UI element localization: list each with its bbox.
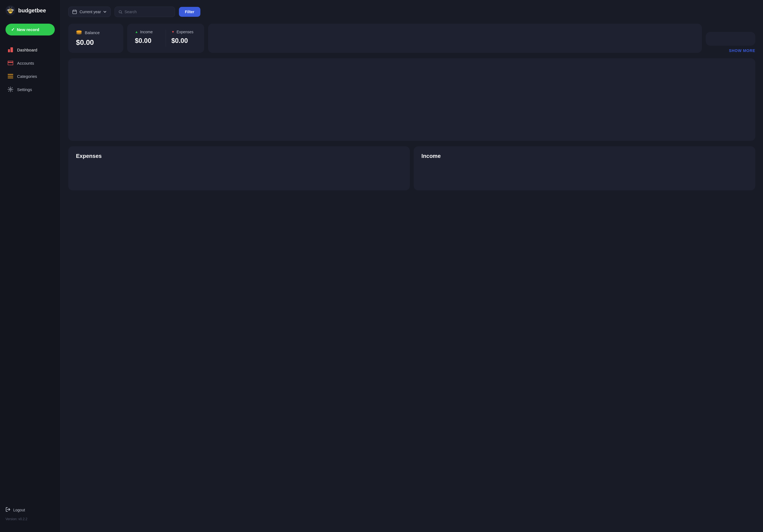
- sidebar: budgetbee ✓ New record Dashboard: [0, 0, 60, 532]
- nav-menu: Dashboard Accounts Categories: [0, 44, 60, 499]
- sidebar-item-settings[interactable]: Settings: [2, 83, 58, 95]
- filter-button[interactable]: Filter: [179, 7, 200, 17]
- expenses-amount: $0.00: [171, 37, 197, 44]
- stats-cards-row: Balance $0.00 ▲ Income $0.00 ▼ Expenses …: [68, 24, 755, 53]
- sidebar-item-categories[interactable]: Categories: [2, 70, 58, 82]
- svg-rect-11: [8, 62, 13, 63]
- expense-section: ▼ Expenses $0.00: [166, 30, 197, 47]
- svg-point-7: [12, 7, 12, 8]
- logout-label: Logout: [13, 508, 25, 512]
- logout-icon: [6, 507, 10, 513]
- chevron-down-icon: [103, 10, 107, 14]
- dashboard-icon: [8, 47, 13, 52]
- sidebar-item-settings-label: Settings: [17, 87, 32, 92]
- balance-icon: [76, 30, 82, 36]
- bottom-cards: Expenses Income: [68, 146, 755, 190]
- svg-rect-8: [8, 49, 10, 52]
- show-more-placeholder-card: [706, 32, 755, 46]
- expenses-card: Expenses: [68, 146, 410, 190]
- svg-rect-13: [8, 76, 13, 77]
- new-record-button[interactable]: ✓ New record: [6, 24, 55, 36]
- search-icon: [119, 10, 122, 14]
- extra-stats-card: [208, 24, 702, 53]
- sidebar-bottom: Logout Version: v0.2.2: [0, 499, 60, 526]
- sidebar-item-accounts[interactable]: Accounts: [2, 57, 58, 69]
- chart-area: [68, 58, 755, 141]
- income-header: ▲ Income: [135, 30, 160, 34]
- checkmark-icon: ✓: [11, 27, 15, 32]
- svg-point-6: [9, 7, 10, 8]
- expenses-card-title: Expenses: [76, 153, 402, 159]
- categories-icon: [8, 73, 13, 79]
- sidebar-item-dashboard[interactable]: Dashboard: [2, 44, 58, 56]
- svg-rect-10: [8, 61, 13, 65]
- calendar-icon: [72, 10, 77, 14]
- income-arrow-icon: ▲: [135, 30, 138, 34]
- version-text: Version: v0.2.2: [6, 517, 55, 521]
- search-input[interactable]: [124, 10, 171, 14]
- main-content: Current year Filter: [60, 0, 763, 532]
- balance-amount: $0.00: [76, 38, 116, 47]
- income-card: Income: [414, 146, 755, 190]
- year-selector-label: Current year: [79, 10, 101, 14]
- income-label: Income: [140, 30, 153, 34]
- settings-icon: [8, 87, 13, 92]
- svg-rect-14: [8, 78, 13, 78]
- topbar: Current year Filter: [68, 7, 755, 17]
- income-expense-card: ▲ Income $0.00 ▼ Expenses $0.00: [127, 24, 204, 53]
- income-card-title: Income: [421, 153, 748, 159]
- sidebar-item-categories-label: Categories: [17, 74, 37, 79]
- search-bar: [115, 7, 175, 17]
- svg-rect-9: [10, 47, 13, 52]
- balance-label: Balance: [85, 30, 100, 35]
- sidebar-item-accounts-label: Accounts: [17, 61, 34, 65]
- accounts-icon: [8, 60, 13, 66]
- income-amount: $0.00: [135, 37, 160, 44]
- logo-area: budgetbee: [0, 6, 60, 24]
- svg-rect-17: [73, 10, 76, 14]
- show-more-button[interactable]: SHOW MORE: [729, 48, 755, 53]
- svg-point-15: [10, 89, 11, 90]
- show-more-area: SHOW MORE: [706, 24, 755, 53]
- expenses-label: Expenses: [176, 30, 193, 34]
- income-section: ▲ Income $0.00: [135, 30, 166, 47]
- balance-card-header: Balance: [76, 30, 116, 36]
- balance-card: Balance $0.00: [68, 24, 123, 53]
- logout-button[interactable]: Logout: [6, 505, 55, 515]
- svg-rect-12: [8, 74, 13, 75]
- app-name: budgetbee: [18, 7, 46, 14]
- sidebar-item-dashboard-label: Dashboard: [17, 47, 37, 52]
- expenses-header: ▼ Expenses: [171, 30, 197, 34]
- svg-line-22: [121, 13, 122, 14]
- logo-icon: [6, 6, 15, 15]
- year-selector[interactable]: Current year: [68, 7, 111, 17]
- expenses-arrow-icon: ▼: [171, 30, 175, 34]
- svg-point-25: [76, 31, 82, 33]
- new-record-label: New record: [17, 27, 39, 32]
